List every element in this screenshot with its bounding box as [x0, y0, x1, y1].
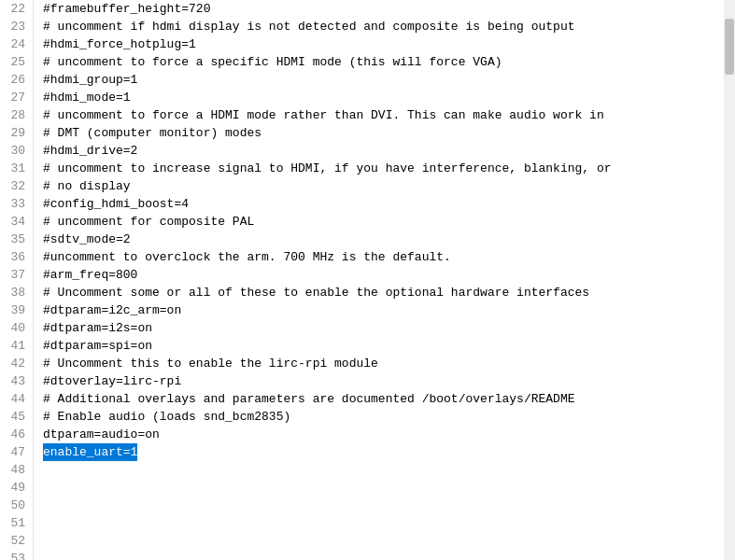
- code-line: #sdtv_mode=2: [43, 231, 724, 248]
- code-content[interactable]: #framebuffer_height=720# uncomment if hd…: [34, 0, 724, 560]
- code-line: #framebuffer_height=720: [43, 0, 724, 18]
- line-number: 42: [4, 355, 25, 372]
- code-line: #arm_freq=800: [43, 266, 724, 284]
- code-line: #dtparam=spi=on: [43, 337, 724, 355]
- line-number: 28: [4, 106, 25, 124]
- code-line: #uncomment to overclock the arm. 700 MHz…: [43, 248, 724, 266]
- line-number: 30: [4, 142, 25, 160]
- code-line: # no display: [43, 177, 724, 195]
- line-numbers: 2223242526272829303132333435363738394041…: [0, 0, 34, 560]
- code-line: # uncomment to increase signal to HDMI, …: [43, 160, 724, 177]
- code-line: # uncomment if hdmi display is not detec…: [43, 18, 724, 35]
- code-line: # DMT (computer monitor) modes: [43, 124, 724, 142]
- line-number: 32: [4, 177, 25, 195]
- scrollbar[interactable]: [724, 0, 735, 560]
- code-line: # Uncomment some or all of these to enab…: [43, 284, 724, 301]
- code-line: #hdmi_mode=1: [43, 89, 724, 106]
- line-number: 35: [4, 231, 25, 248]
- line-number: 33: [4, 195, 25, 213]
- line-number: 29: [4, 124, 25, 142]
- code-line: #dtoverlay=lirc-rpi: [43, 372, 724, 390]
- line-number: 43: [4, 372, 25, 390]
- line-number: 48: [4, 461, 25, 479]
- line-number: 36: [4, 248, 25, 266]
- code-line: #hdmi_drive=2: [43, 142, 724, 160]
- editor-container: 2223242526272829303132333435363738394041…: [0, 0, 735, 560]
- line-number: 27: [4, 89, 25, 106]
- line-number: 31: [4, 160, 25, 177]
- line-number: 23: [4, 18, 25, 35]
- line-number: 26: [4, 71, 25, 89]
- code-line: # uncomment for composite PAL: [43, 213, 724, 231]
- scrollbar-thumb[interactable]: [725, 19, 734, 75]
- line-number: 38: [4, 284, 25, 301]
- code-line: # Uncomment this to enable the lirc-rpi …: [43, 355, 724, 372]
- code-line: # uncomment to force a HDMI mode rather …: [43, 106, 724, 124]
- line-number: 40: [4, 319, 25, 337]
- code-line: #config_hdmi_boost=4: [43, 195, 724, 213]
- code-line: # Enable audio (loads snd_bcm2835): [43, 408, 724, 426]
- line-number: 41: [4, 337, 25, 355]
- line-number: 51: [4, 514, 25, 532]
- code-line: dtparam=audio=on: [43, 426, 724, 443]
- code-line: # uncomment to force a specific HDMI mod…: [43, 53, 724, 71]
- line-number: 52: [4, 532, 25, 550]
- code-line: # Additional overlays and parameters are…: [43, 390, 724, 408]
- line-number: 45: [4, 408, 25, 426]
- line-number: 47: [4, 443, 25, 461]
- line-number: 39: [4, 301, 25, 319]
- line-number: 44: [4, 390, 25, 408]
- line-number: 37: [4, 266, 25, 284]
- line-number: 34: [4, 213, 25, 231]
- line-number: 49: [4, 479, 25, 497]
- line-number: 50: [4, 497, 25, 514]
- line-number: 24: [4, 35, 25, 53]
- line-number: 53: [4, 550, 25, 560]
- code-line: #dtparam=i2s=on: [43, 319, 724, 337]
- line-number: 25: [4, 53, 25, 71]
- code-line: #hdmi_group=1: [43, 71, 724, 89]
- highlighted-text: enable_uart=1: [43, 443, 137, 461]
- code-line: enable_uart=1: [43, 443, 724, 461]
- line-number: 22: [4, 0, 25, 18]
- line-number: 46: [4, 426, 25, 443]
- code-line: #dtparam=i2c_arm=on: [43, 301, 724, 319]
- code-line: #hdmi_force_hotplug=1: [43, 35, 724, 53]
